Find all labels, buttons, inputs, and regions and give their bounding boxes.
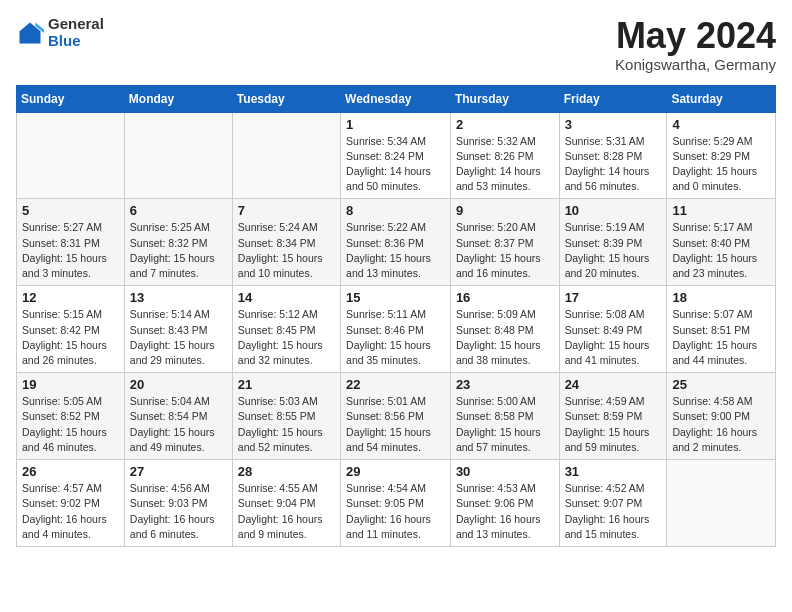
- calendar-cell: 23Sunrise: 5:00 AM Sunset: 8:58 PM Dayli…: [450, 373, 559, 460]
- calendar-cell: 26Sunrise: 4:57 AM Sunset: 9:02 PM Dayli…: [17, 460, 125, 547]
- day-number: 23: [456, 377, 554, 392]
- day-number: 31: [565, 464, 662, 479]
- day-number: 27: [130, 464, 227, 479]
- calendar-cell: [667, 460, 776, 547]
- calendar-cell: 13Sunrise: 5:14 AM Sunset: 8:43 PM Dayli…: [124, 286, 232, 373]
- calendar-cell: 15Sunrise: 5:11 AM Sunset: 8:46 PM Dayli…: [341, 286, 451, 373]
- calendar-subtitle: Konigswartha, Germany: [615, 56, 776, 73]
- day-number: 6: [130, 203, 227, 218]
- logo-blue-text: Blue: [48, 33, 104, 50]
- day-number: 16: [456, 290, 554, 305]
- day-number: 15: [346, 290, 445, 305]
- calendar-cell: 5Sunrise: 5:27 AM Sunset: 8:31 PM Daylig…: [17, 199, 125, 286]
- day-info: Sunrise: 5:31 AM Sunset: 8:28 PM Dayligh…: [565, 134, 662, 195]
- day-number: 20: [130, 377, 227, 392]
- calendar-cell: 6Sunrise: 5:25 AM Sunset: 8:32 PM Daylig…: [124, 199, 232, 286]
- day-number: 29: [346, 464, 445, 479]
- header-saturday: Saturday: [667, 85, 776, 112]
- day-info: Sunrise: 5:15 AM Sunset: 8:42 PM Dayligh…: [22, 307, 119, 368]
- calendar-cell: 12Sunrise: 5:15 AM Sunset: 8:42 PM Dayli…: [17, 286, 125, 373]
- calendar-cell: [232, 112, 340, 199]
- day-info: Sunrise: 5:01 AM Sunset: 8:56 PM Dayligh…: [346, 394, 445, 455]
- calendar-cell: [17, 112, 125, 199]
- calendar-cell: 2Sunrise: 5:32 AM Sunset: 8:26 PM Daylig…: [450, 112, 559, 199]
- calendar-cell: 1Sunrise: 5:34 AM Sunset: 8:24 PM Daylig…: [341, 112, 451, 199]
- day-number: 14: [238, 290, 335, 305]
- day-info: Sunrise: 5:32 AM Sunset: 8:26 PM Dayligh…: [456, 134, 554, 195]
- day-info: Sunrise: 4:55 AM Sunset: 9:04 PM Dayligh…: [238, 481, 335, 542]
- day-info: Sunrise: 4:54 AM Sunset: 9:05 PM Dayligh…: [346, 481, 445, 542]
- logo-general-text: General: [48, 16, 104, 33]
- calendar-table: SundayMondayTuesdayWednesdayThursdayFrid…: [16, 85, 776, 547]
- day-number: 30: [456, 464, 554, 479]
- day-info: Sunrise: 5:08 AM Sunset: 8:49 PM Dayligh…: [565, 307, 662, 368]
- day-number: 18: [672, 290, 770, 305]
- week-row-1: 5Sunrise: 5:27 AM Sunset: 8:31 PM Daylig…: [17, 199, 776, 286]
- logo: General Blue: [16, 16, 104, 49]
- calendar-cell: 21Sunrise: 5:03 AM Sunset: 8:55 PM Dayli…: [232, 373, 340, 460]
- day-number: 12: [22, 290, 119, 305]
- day-number: 2: [456, 117, 554, 132]
- day-number: 22: [346, 377, 445, 392]
- day-info: Sunrise: 4:57 AM Sunset: 9:02 PM Dayligh…: [22, 481, 119, 542]
- day-info: Sunrise: 5:07 AM Sunset: 8:51 PM Dayligh…: [672, 307, 770, 368]
- calendar-title: May 2024: [615, 16, 776, 56]
- day-info: Sunrise: 5:19 AM Sunset: 8:39 PM Dayligh…: [565, 220, 662, 281]
- day-number: 19: [22, 377, 119, 392]
- week-row-0: 1Sunrise: 5:34 AM Sunset: 8:24 PM Daylig…: [17, 112, 776, 199]
- calendar-cell: 24Sunrise: 4:59 AM Sunset: 8:59 PM Dayli…: [559, 373, 667, 460]
- day-info: Sunrise: 5:27 AM Sunset: 8:31 PM Dayligh…: [22, 220, 119, 281]
- day-info: Sunrise: 5:09 AM Sunset: 8:48 PM Dayligh…: [456, 307, 554, 368]
- day-number: 3: [565, 117, 662, 132]
- page-header: General Blue May 2024 Konigswartha, Germ…: [16, 16, 776, 73]
- calendar-cell: 3Sunrise: 5:31 AM Sunset: 8:28 PM Daylig…: [559, 112, 667, 199]
- day-number: 13: [130, 290, 227, 305]
- day-info: Sunrise: 5:22 AM Sunset: 8:36 PM Dayligh…: [346, 220, 445, 281]
- calendar-header-row: SundayMondayTuesdayWednesdayThursdayFrid…: [17, 85, 776, 112]
- calendar-cell: 17Sunrise: 5:08 AM Sunset: 8:49 PM Dayli…: [559, 286, 667, 373]
- day-info: Sunrise: 5:11 AM Sunset: 8:46 PM Dayligh…: [346, 307, 445, 368]
- day-info: Sunrise: 5:14 AM Sunset: 8:43 PM Dayligh…: [130, 307, 227, 368]
- calendar-cell: 7Sunrise: 5:24 AM Sunset: 8:34 PM Daylig…: [232, 199, 340, 286]
- day-number: 21: [238, 377, 335, 392]
- day-info: Sunrise: 5:03 AM Sunset: 8:55 PM Dayligh…: [238, 394, 335, 455]
- day-info: Sunrise: 5:20 AM Sunset: 8:37 PM Dayligh…: [456, 220, 554, 281]
- day-number: 8: [346, 203, 445, 218]
- header-tuesday: Tuesday: [232, 85, 340, 112]
- calendar-cell: 20Sunrise: 5:04 AM Sunset: 8:54 PM Dayli…: [124, 373, 232, 460]
- day-info: Sunrise: 4:56 AM Sunset: 9:03 PM Dayligh…: [130, 481, 227, 542]
- header-monday: Monday: [124, 85, 232, 112]
- week-row-3: 19Sunrise: 5:05 AM Sunset: 8:52 PM Dayli…: [17, 373, 776, 460]
- day-number: 10: [565, 203, 662, 218]
- calendar-cell: 4Sunrise: 5:29 AM Sunset: 8:29 PM Daylig…: [667, 112, 776, 199]
- calendar-cell: 31Sunrise: 4:52 AM Sunset: 9:07 PM Dayli…: [559, 460, 667, 547]
- calendar-cell: 27Sunrise: 4:56 AM Sunset: 9:03 PM Dayli…: [124, 460, 232, 547]
- logo-icon: [16, 19, 44, 47]
- day-number: 1: [346, 117, 445, 132]
- calendar-cell: 11Sunrise: 5:17 AM Sunset: 8:40 PM Dayli…: [667, 199, 776, 286]
- day-number: 25: [672, 377, 770, 392]
- day-number: 9: [456, 203, 554, 218]
- week-row-4: 26Sunrise: 4:57 AM Sunset: 9:02 PM Dayli…: [17, 460, 776, 547]
- day-number: 11: [672, 203, 770, 218]
- calendar-cell: 29Sunrise: 4:54 AM Sunset: 9:05 PM Dayli…: [341, 460, 451, 547]
- calendar-cell: [124, 112, 232, 199]
- day-number: 4: [672, 117, 770, 132]
- week-row-2: 12Sunrise: 5:15 AM Sunset: 8:42 PM Dayli…: [17, 286, 776, 373]
- calendar-cell: 8Sunrise: 5:22 AM Sunset: 8:36 PM Daylig…: [341, 199, 451, 286]
- day-info: Sunrise: 4:59 AM Sunset: 8:59 PM Dayligh…: [565, 394, 662, 455]
- day-info: Sunrise: 4:52 AM Sunset: 9:07 PM Dayligh…: [565, 481, 662, 542]
- day-info: Sunrise: 4:53 AM Sunset: 9:06 PM Dayligh…: [456, 481, 554, 542]
- header-wednesday: Wednesday: [341, 85, 451, 112]
- day-info: Sunrise: 4:58 AM Sunset: 9:00 PM Dayligh…: [672, 394, 770, 455]
- day-number: 24: [565, 377, 662, 392]
- calendar-cell: 9Sunrise: 5:20 AM Sunset: 8:37 PM Daylig…: [450, 199, 559, 286]
- calendar-cell: 10Sunrise: 5:19 AM Sunset: 8:39 PM Dayli…: [559, 199, 667, 286]
- calendar-cell: 14Sunrise: 5:12 AM Sunset: 8:45 PM Dayli…: [232, 286, 340, 373]
- header-thursday: Thursday: [450, 85, 559, 112]
- day-info: Sunrise: 5:04 AM Sunset: 8:54 PM Dayligh…: [130, 394, 227, 455]
- day-number: 17: [565, 290, 662, 305]
- calendar-cell: 18Sunrise: 5:07 AM Sunset: 8:51 PM Dayli…: [667, 286, 776, 373]
- calendar-cell: 16Sunrise: 5:09 AM Sunset: 8:48 PM Dayli…: [450, 286, 559, 373]
- day-info: Sunrise: 5:34 AM Sunset: 8:24 PM Dayligh…: [346, 134, 445, 195]
